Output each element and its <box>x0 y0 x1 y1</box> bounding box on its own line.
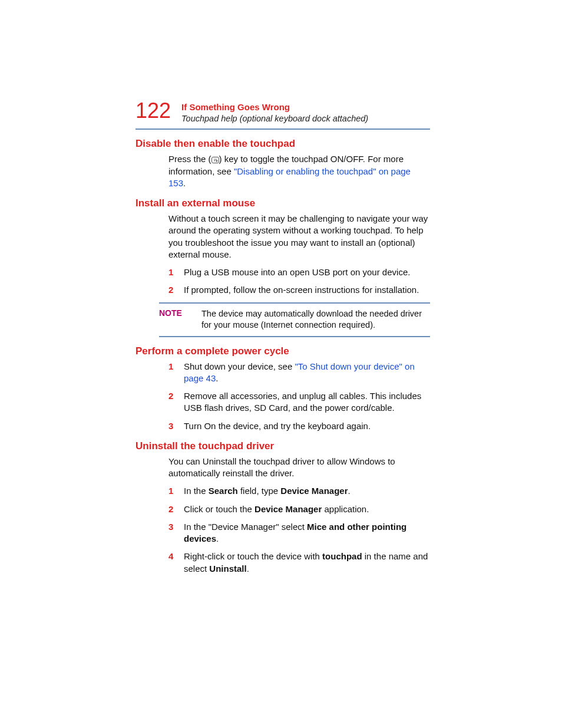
list-text: Turn On the device, and try the keyboard… <box>184 420 430 432</box>
header-rule <box>135 129 430 130</box>
note-text: The device may automatically download th… <box>201 308 430 331</box>
text-fragment: Right-click or touch the device with <box>184 551 322 561</box>
text-fragment: Shut down your device, see <box>184 361 295 371</box>
header-text: If Something Goes Wrong Touchpad help (o… <box>181 100 368 124</box>
list-item: 1 Plug a USB mouse into an open USB port… <box>168 266 430 278</box>
text-fragment: . <box>216 533 219 543</box>
list-item: 2 Remove all accessories, and unplug all… <box>168 390 430 414</box>
section-body: Press the (⎚) key to toggle the touchpad… <box>168 153 430 189</box>
heading-install-mouse: Install an external mouse <box>135 197 430 209</box>
list-number: 1 <box>168 266 184 278</box>
section-body: 1 Shut down your device, see "To Shut do… <box>168 361 430 432</box>
heading-power-cycle: Perform a complete power cycle <box>135 345 430 357</box>
list-text: Plug a USB mouse into an open USB port o… <box>184 266 430 278</box>
list-item: 3 In the "Device Manager" select Mice an… <box>168 521 430 545</box>
list-item: 1 In the Search field, type Device Manag… <box>168 485 430 497</box>
section-subtitle: Touchpad help (optional keyboard dock at… <box>181 113 368 124</box>
manual-page: 122 If Something Goes Wrong Touchpad hel… <box>135 100 430 581</box>
note-block: NOTE The device may automatically downlo… <box>159 302 430 337</box>
list-number: 2 <box>168 503 184 515</box>
text-fragment: application. <box>322 504 369 514</box>
text-fragment: . <box>348 486 351 496</box>
list-number: 1 <box>168 361 184 385</box>
text-fragment: field, type <box>238 486 281 496</box>
text-fragment: Press the ( <box>168 154 211 164</box>
list-item: 3 Turn On the device, and try the keyboa… <box>168 420 430 432</box>
bold-text: touchpad <box>322 551 362 561</box>
ordered-list: 1 Plug a USB mouse into an open USB port… <box>168 266 430 297</box>
paragraph: Without a touch screen it may be challen… <box>168 213 430 261</box>
bold-text: Device Manager <box>254 504 322 514</box>
text-fragment: Click or touch the <box>184 504 254 514</box>
text-fragment: In the "Device Manager" select <box>184 522 307 532</box>
list-item: 4 Right-click or touch the device with t… <box>168 551 430 575</box>
section-body: You can Uninstall the touchpad driver to… <box>168 456 430 575</box>
list-number: 2 <box>168 390 184 414</box>
text-fragment: . <box>216 373 218 383</box>
text-fragment: . <box>247 564 249 574</box>
note-rule-bottom <box>159 336 430 337</box>
page-header: 122 If Something Goes Wrong Touchpad hel… <box>135 100 430 124</box>
note-rule-top <box>159 302 430 304</box>
page-number: 122 <box>135 100 171 121</box>
ordered-list: 1 Shut down your device, see "To Shut do… <box>168 361 430 432</box>
list-text: If prompted, follow the on-screen instru… <box>184 284 430 296</box>
bold-text: Uninstall <box>209 564 246 574</box>
note-row: NOTE The device may automatically downlo… <box>159 308 430 331</box>
list-number: 2 <box>168 284 184 296</box>
list-text: Remove all accessories, and unplug all c… <box>184 390 430 414</box>
heading-uninstall-driver: Uninstall the touchpad driver <box>135 440 430 452</box>
bold-text: Search <box>209 486 238 496</box>
text-fragment: . <box>183 178 186 188</box>
list-item: 1 Shut down your device, see "To Shut do… <box>168 361 430 385</box>
bold-text: Device Manager <box>280 486 348 496</box>
paragraph: You can Uninstall the touchpad driver to… <box>168 456 430 480</box>
paragraph: Press the (⎚) key to toggle the touchpad… <box>168 153 430 189</box>
note-label: NOTE <box>159 308 201 331</box>
list-number: 1 <box>168 485 184 497</box>
touchpad-key-icon: ⎚ <box>211 157 219 163</box>
list-number: 3 <box>168 521 184 545</box>
section-body: Without a touch screen it may be challen… <box>168 213 430 297</box>
list-text: Click or touch the Device Manager applic… <box>184 503 430 515</box>
list-text: In the Search field, type Device Manager… <box>184 485 430 497</box>
list-item: 2 If prompted, follow the on-screen inst… <box>168 284 430 296</box>
text-fragment: In the <box>184 486 209 496</box>
list-number: 4 <box>168 551 184 575</box>
list-number: 3 <box>168 420 184 432</box>
ordered-list: 1 In the Search field, type Device Manag… <box>168 485 430 575</box>
list-item: 2 Click or touch the Device Manager appl… <box>168 503 430 515</box>
chapter-title: If Something Goes Wrong <box>181 101 368 113</box>
list-text: Right-click or touch the device with tou… <box>184 551 430 575</box>
heading-disable-enable: Disable then enable the touchpad <box>135 138 430 150</box>
list-text: Shut down your device, see "To Shut down… <box>184 361 430 385</box>
list-text: In the "Device Manager" select Mice and … <box>184 521 430 545</box>
